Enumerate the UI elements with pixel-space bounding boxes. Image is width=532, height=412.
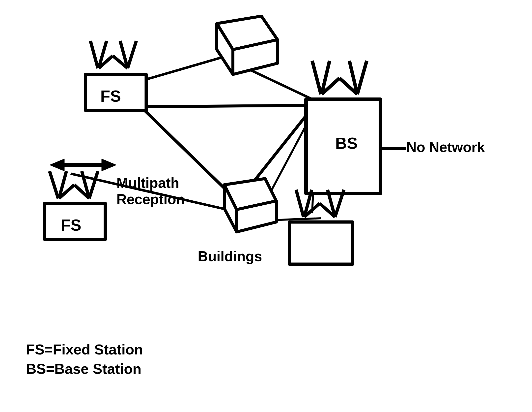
svg-line-29 [357, 61, 367, 94]
multipath-diagram: FS FS BS No Network Multipath Reception … [0, 0, 532, 412]
fs-label-1: FS [100, 87, 121, 105]
svg-line-0 [140, 105, 311, 107]
svg-line-22 [89, 171, 98, 198]
double-arrow-icon [50, 159, 116, 171]
multipath-line1: Multipath [116, 175, 179, 191]
building-top [217, 16, 278, 74]
svg-line-24 [312, 61, 321, 94]
no-network-label: No Network [406, 139, 485, 155]
svg-line-31 [296, 190, 304, 217]
fs-label-2: FS [61, 216, 81, 234]
buildings-label: Buildings [198, 248, 262, 264]
svg-line-15 [128, 41, 136, 68]
legend-fs: FS=Fixed Station [26, 340, 143, 359]
multipath-label: Multipath Reception [116, 175, 185, 207]
svg-line-10 [90, 41, 98, 68]
bs-station [306, 61, 380, 193]
svg-line-17 [50, 171, 58, 198]
fs-station-3 [289, 190, 353, 264]
building-middle [224, 179, 276, 232]
svg-marker-2 [50, 159, 64, 171]
legend-bs: BS=Base Station [26, 359, 143, 379]
svg-marker-3 [102, 159, 116, 171]
legend: FS=Fixed Station BS=Base Station [26, 340, 143, 379]
svg-rect-37 [289, 222, 353, 264]
bs-label: BS [335, 134, 358, 153]
multipath-line2: Reception [116, 191, 185, 207]
